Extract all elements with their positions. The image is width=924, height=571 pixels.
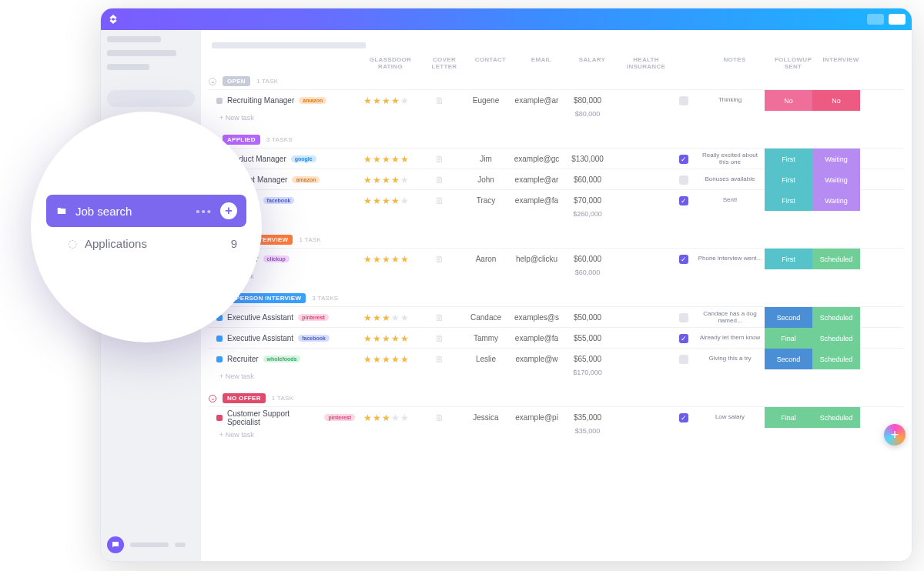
column-header[interactable]: GLASSDOOR RATING xyxy=(360,56,421,70)
add-list-button[interactable]: + xyxy=(220,202,237,219)
glassdoor-rating[interactable]: ★★★★★ xyxy=(355,333,417,344)
group-header[interactable]: ⌄APPLIED3 TASKS xyxy=(209,132,904,148)
folder-menu-icon[interactable]: ••• xyxy=(196,205,213,218)
interview-cell[interactable]: Waiting xyxy=(812,169,860,190)
column-header[interactable] xyxy=(677,56,700,70)
interview-cell[interactable]: No xyxy=(812,90,860,111)
interview-cell[interactable]: Scheduled xyxy=(812,307,860,328)
column-header[interactable]: FOLLOWUP SENT xyxy=(769,56,817,70)
cover-letter-icon[interactable]: 🗎 xyxy=(417,175,463,185)
notes-cell[interactable]: Phone interview went... xyxy=(695,255,765,262)
task-row[interactable]: Customer Support Specialistpinterest★★★★… xyxy=(209,406,904,427)
task-row[interactable]: Recruiting Manageramazon★★★★★🗎Eugeneexam… xyxy=(209,89,904,110)
followup-cell[interactable]: First xyxy=(765,190,812,211)
sidebar-list-applications[interactable]: ◌ Applications 9 xyxy=(46,227,246,259)
interview-cell[interactable]: Waiting xyxy=(812,190,860,211)
contact-cell[interactable]: Leslie xyxy=(463,355,509,363)
company-tag[interactable]: google xyxy=(291,155,316,162)
task-row[interactable]: Recruiterclickup★★★★★🗎Aaronhelp@clicku$6… xyxy=(209,248,904,269)
cover-letter-icon[interactable]: 🗎 xyxy=(417,254,463,265)
window-button-1[interactable] xyxy=(867,14,884,25)
contact-cell[interactable]: Aaron xyxy=(463,255,509,263)
health-insurance-checkbox[interactable]: ✓ xyxy=(679,196,688,205)
notes-cell[interactable]: Already let them know xyxy=(695,335,765,342)
glassdoor-rating[interactable]: ★★★★★ xyxy=(355,95,417,106)
followup-cell[interactable]: Second xyxy=(765,349,812,369)
interview-cell[interactable]: Scheduled xyxy=(812,349,860,369)
health-insurance-checkbox[interactable]: ✓ xyxy=(679,413,688,422)
email-cell[interactable]: example@fa xyxy=(509,334,564,342)
column-header[interactable] xyxy=(213,56,360,70)
company-tag[interactable]: clickup xyxy=(263,255,290,262)
salary-cell[interactable]: $60,000 xyxy=(564,175,611,184)
new-task-button[interactable]: + New task xyxy=(209,369,355,384)
chat-button[interactable] xyxy=(107,536,124,553)
email-cell[interactable]: example@pi xyxy=(509,413,564,422)
followup-cell[interactable]: First xyxy=(765,169,812,190)
new-task-button[interactable]: + New task xyxy=(209,427,355,442)
column-header[interactable]: CONTACT xyxy=(467,56,514,70)
task-row[interactable]: Executive Assistantfacebook★★★★★🗎Tammyex… xyxy=(209,327,904,348)
group-header[interactable]: ⌄IN PERSON INTERVIEW3 TASKS xyxy=(209,290,904,306)
interview-cell[interactable]: Scheduled xyxy=(812,249,860,269)
sidebar-search[interactable] xyxy=(107,90,195,107)
company-tag[interactable]: facebook xyxy=(298,335,330,342)
salary-cell[interactable]: $50,000 xyxy=(564,313,611,322)
task-row[interactable]: Recruiterwholefoods★★★★★🗎Leslieexample@w… xyxy=(209,348,904,369)
task-row[interactable]: Executive Assistantpinterest★★★★★🗎Candac… xyxy=(209,306,904,327)
notes-cell[interactable]: Low salary xyxy=(695,414,765,421)
glassdoor-rating[interactable]: ★★★★★ xyxy=(355,412,417,423)
task-row[interactable]: Product Managergoogle★★★★★🗎Jimexample@gc… xyxy=(209,148,904,169)
window-button-2[interactable] xyxy=(889,14,906,25)
health-insurance-checkbox[interactable] xyxy=(679,313,688,322)
followup-cell[interactable]: Final xyxy=(765,328,812,349)
cover-letter-icon[interactable]: 🗎 xyxy=(417,154,463,165)
salary-cell[interactable]: $80,000 xyxy=(564,96,611,105)
contact-cell[interactable]: Candace xyxy=(463,313,509,322)
notes-cell[interactable]: Candace has a dog named... xyxy=(695,311,765,325)
health-insurance-checkbox[interactable] xyxy=(679,96,688,105)
glassdoor-rating[interactable]: ★★★★★ xyxy=(355,354,417,365)
health-insurance-checkbox[interactable] xyxy=(679,175,688,185)
salary-cell[interactable]: $35,000 xyxy=(564,413,611,422)
salary-cell[interactable]: $65,000 xyxy=(564,355,611,363)
glassdoor-rating[interactable]: ★★★★★ xyxy=(355,175,417,185)
notes-cell[interactable]: Really excited about this one xyxy=(695,152,765,166)
email-cell[interactable]: example@ar xyxy=(509,175,564,184)
company-tag[interactable]: pinterest xyxy=(298,314,329,321)
new-task-fab[interactable]: + xyxy=(884,424,906,446)
company-tag[interactable]: wholefoods xyxy=(263,356,301,362)
task-row[interactable]: Account Manageramazon★★★★★🗎Johnexample@a… xyxy=(209,169,904,189)
company-tag[interactable]: facebook xyxy=(263,197,295,204)
interview-cell[interactable]: Scheduled xyxy=(812,407,860,428)
notes-cell[interactable]: Sent! xyxy=(695,197,765,204)
health-insurance-checkbox[interactable]: ✓ xyxy=(679,334,688,343)
column-header[interactable]: INTERVIEW xyxy=(817,56,865,70)
column-header[interactable]: HEALTH INSURANCE xyxy=(615,56,677,70)
email-cell[interactable]: example@ar xyxy=(509,96,564,105)
email-cell[interactable]: help@clicku xyxy=(509,255,564,263)
column-header[interactable]: COVER LETTER xyxy=(421,56,467,70)
column-header[interactable]: SALARY xyxy=(569,56,615,70)
company-tag[interactable]: pinterest xyxy=(324,414,355,421)
glassdoor-rating[interactable]: ★★★★★ xyxy=(355,195,417,206)
followup-cell[interactable]: No xyxy=(765,90,812,111)
company-tag[interactable]: amazon xyxy=(292,176,320,183)
group-header[interactable]: ⌄NO OFFER1 TASK xyxy=(209,390,904,406)
followup-cell[interactable]: First xyxy=(765,149,812,169)
cover-letter-icon[interactable]: 🗎 xyxy=(417,95,463,106)
health-insurance-checkbox[interactable] xyxy=(679,355,688,364)
contact-cell[interactable]: Tammy xyxy=(463,334,509,342)
notes-cell[interactable]: Bonuses available xyxy=(695,176,765,183)
interview-cell[interactable]: Waiting xyxy=(812,149,860,169)
salary-cell[interactable]: $55,000 xyxy=(564,334,611,342)
followup-cell[interactable]: Final xyxy=(765,407,812,428)
sidebar-folder-job-search[interactable]: Job search ••• + xyxy=(46,195,246,227)
column-header[interactable]: NOTES xyxy=(700,56,769,70)
cover-letter-icon[interactable]: 🗎 xyxy=(417,333,463,344)
glassdoor-rating[interactable]: ★★★★★ xyxy=(355,154,417,165)
task-row[interactable]: Recruiterfacebook★★★★★🗎Tracyexample@fa$7… xyxy=(209,189,904,210)
new-task-button[interactable]: + New task xyxy=(209,110,355,125)
glassdoor-rating[interactable]: ★★★★★ xyxy=(355,254,417,265)
company-tag[interactable]: amazon xyxy=(299,97,326,104)
